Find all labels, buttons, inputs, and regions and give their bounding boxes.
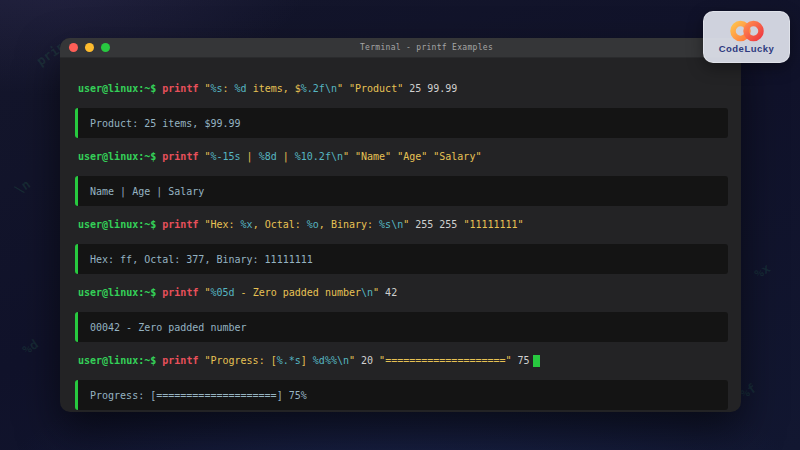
command-line: user@linux:~$ printf "Hex: %x, Octal: %o…	[75, 218, 728, 232]
command-token: printf	[162, 219, 204, 230]
command-line: user@linux:~$ printf "%-15s | %8d | %10.…	[75, 150, 728, 164]
command-token: "Progress: [	[204, 355, 276, 366]
output-box: Progress: [====================] 75%	[75, 380, 728, 410]
terminal-window: Terminal - printf Examples user@linux:~$…	[60, 38, 741, 412]
command-token: printf	[162, 287, 204, 298]
command-token: , Octal:	[253, 219, 307, 230]
command-token: %s	[210, 83, 222, 94]
command-token: %10.2f	[295, 151, 331, 162]
command-token: %-15s	[210, 151, 240, 162]
command-line: user@linux:~$ printf "%05d - Zero padded…	[75, 286, 728, 300]
logo-brand-text: CodeLucky	[719, 43, 775, 54]
window-title: Terminal - printf Examples	[112, 43, 741, 52]
command-token: "	[343, 151, 355, 162]
command-token: |	[241, 151, 259, 162]
command-token: %05d	[210, 287, 234, 298]
command-token: %.*s	[277, 355, 301, 366]
terminal-body[interactable]: user@linux:~$ printf "%s: %d items, $%.2…	[60, 58, 741, 410]
command-token: %d	[235, 83, 247, 94]
command-token: "	[337, 83, 349, 94]
command-token: \n	[337, 355, 349, 366]
output-text: Hex: ff, Octal: 377, Binary: 11111111	[78, 254, 313, 265]
output-text: Product: 25 items, $99.99	[78, 118, 241, 129]
command-token: "Hex:	[204, 219, 240, 230]
command-line: user@linux:~$ printf "Progress: [%.*s] %…	[75, 354, 728, 368]
command-token: printf	[162, 151, 204, 162]
command-token: ]	[301, 355, 313, 366]
command-token: 20	[355, 355, 379, 366]
command-token: user@linux:~$	[78, 151, 162, 162]
command-token: :	[223, 83, 235, 94]
command-token: user@linux:~$	[78, 219, 162, 230]
command-token: %s	[379, 219, 391, 230]
watermark-text: printf	[34, 35, 60, 69]
output-text: 00042 - Zero padded number	[78, 322, 247, 333]
command-token: \n	[361, 287, 373, 298]
infinity-logo-icon	[727, 20, 767, 42]
command-token: user@linux:~$	[78, 287, 162, 298]
command-token: user@linux:~$	[78, 83, 162, 94]
command-token: printf	[162, 355, 204, 366]
close-button[interactable]	[69, 43, 78, 52]
command-token: "===================="	[379, 355, 511, 366]
watermark-clip: printf	[0, 35, 60, 105]
command-token: %8d	[259, 151, 277, 162]
output-text: Name | Age | Salary	[78, 186, 204, 197]
command-token: items, $	[247, 83, 301, 94]
command-token: - Zero padded number	[235, 287, 361, 298]
minimize-button[interactable]	[85, 43, 94, 52]
watermark-text: %d	[20, 336, 41, 357]
watermark-text: \n	[12, 176, 33, 197]
command-token: \n	[391, 219, 403, 230]
watermark-text: %x	[752, 260, 773, 281]
command-token: 75	[512, 355, 530, 366]
command-token: 25 99.99	[403, 83, 457, 94]
command-token: 42	[379, 287, 397, 298]
maximize-button[interactable]	[101, 43, 110, 52]
command-token: "Name" "Age" "Salary"	[355, 151, 481, 162]
output-box: Name | Age | Salary	[75, 176, 728, 206]
command-token: printf	[162, 83, 204, 94]
command-token: %x	[241, 219, 253, 230]
command-token: user@linux:~$	[78, 355, 162, 366]
terminal-titlebar: Terminal - printf Examples	[60, 38, 741, 58]
terminal-cursor	[533, 355, 540, 367]
command-token: , Binary:	[319, 219, 379, 230]
window-controls	[69, 43, 110, 52]
command-token: \n	[331, 151, 343, 162]
output-text: Progress: [====================] 75%	[78, 390, 307, 401]
command-token: 255 255	[409, 219, 463, 230]
command-token: %.2f	[301, 83, 325, 94]
output-box: 00042 - Zero padded number	[75, 312, 728, 342]
command-token: \n	[325, 83, 337, 94]
output-box: Hex: ff, Octal: 377, Binary: 11111111	[75, 244, 728, 274]
command-line: user@linux:~$ printf "%s: %d items, $%.2…	[75, 82, 728, 96]
command-token: %o	[307, 219, 319, 230]
command-token: "Product"	[349, 83, 403, 94]
output-box: Product: 25 items, $99.99	[75, 108, 728, 138]
command-token: |	[277, 151, 295, 162]
command-token: %d%%	[313, 355, 337, 366]
codelucky-logo-badge: CodeLucky	[703, 11, 790, 63]
command-token: "11111111"	[463, 219, 523, 230]
